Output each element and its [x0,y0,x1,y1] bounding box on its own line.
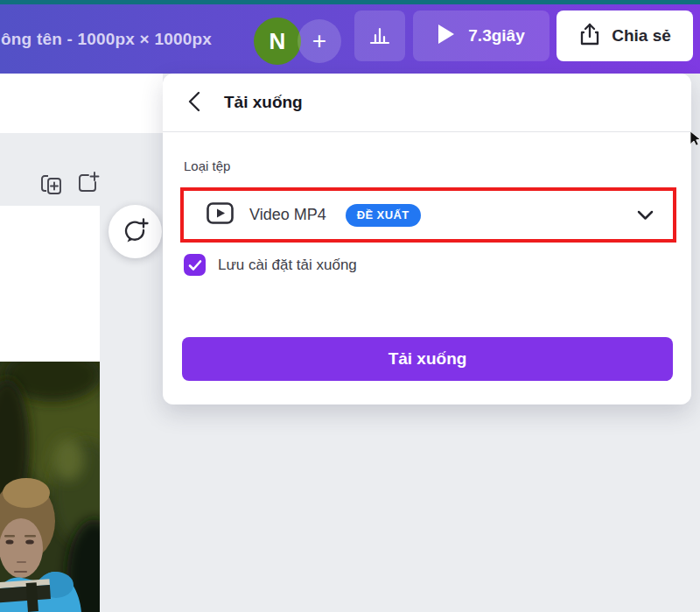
canva-editor-screen: ông tên - 1000px × 1000px N + 7.3giây [0,0,700,612]
share-icon [578,22,601,51]
file-type-value: Video MP4 [249,206,326,224]
save-settings-row[interactable]: Lưu cài đặt tải xuống [184,254,357,276]
recommended-badge: ĐỀ XUẤT [346,204,421,227]
editor-toolbar [0,74,163,133]
play-icon [438,24,455,49]
checkbox-checked[interactable] [184,254,206,276]
mouse-cursor [690,131,700,150]
video-icon [206,202,234,228]
design-title[interactable]: ông tên - 1000px × 1000px [1,30,212,49]
back-button[interactable] [186,90,204,116]
bar-chart-icon [368,24,391,49]
download-panel: Tải xuống Loại tệp Video MP4 ĐỀ XUẤT [163,74,691,404]
chevron-left-icon [186,90,204,116]
canvas-photo-girl[interactable] [0,362,100,612]
panel-title: Tải xuống [224,93,303,112]
download-panel-header: Tải xuống [163,74,691,132]
add-page-button[interactable] [76,171,101,198]
play-button[interactable]: 7.3giây [413,11,550,61]
add-comment-icon [122,216,150,247]
chevron-down-icon [637,210,654,221]
add-comment-button[interactable] [108,205,162,258]
duplicate-page-button[interactable] [39,172,64,199]
share-label: Chia sẻ [612,26,671,46]
share-button[interactable]: Chia sẻ [556,11,693,61]
editor-header: ông tên - 1000px × 1000px N + 7.3giây [0,4,700,74]
plus-icon: + [312,27,326,55]
duplicate-page-icon [39,186,64,199]
download-button[interactable]: Tải xuống [182,337,673,381]
add-member-button[interactable]: + [298,19,341,63]
add-page-icon [76,185,101,198]
save-settings-label: Lưu cài đặt tải xuống [218,257,357,274]
file-type-select[interactable]: Video MP4 ĐỀ XUẤT [180,187,676,243]
analytics-button[interactable] [354,11,405,61]
avatar[interactable]: N [254,18,301,65]
file-type-label: Loại tệp [184,158,230,173]
duration-label: 7.3giây [468,26,524,46]
